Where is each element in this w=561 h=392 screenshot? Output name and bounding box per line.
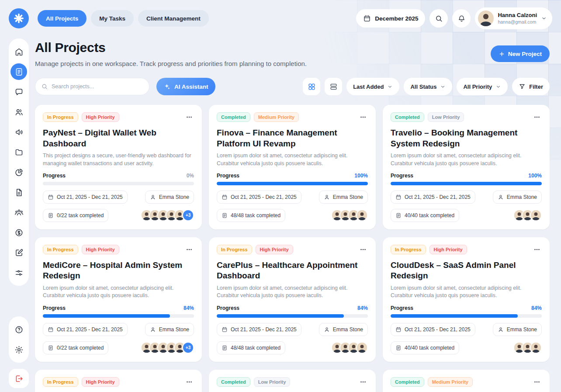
badge-group: Completed Low Priority xyxy=(391,112,464,122)
progress-fill xyxy=(217,314,344,318)
tab-my-tasks[interactable]: My Tasks xyxy=(91,10,134,27)
tab-all-projects[interactable]: All Projects xyxy=(38,10,87,27)
tab-client-management[interactable]: Client Management xyxy=(138,10,209,27)
card-meta-row-dates: Oct 21, 2025 - Dec 21, 2025 Emma Stone xyxy=(217,323,368,336)
card-menu-button[interactable] xyxy=(532,245,542,254)
card-menu-button[interactable] xyxy=(358,112,368,122)
app-logo[interactable] xyxy=(9,8,29,28)
project-card-grid: In Progress High Priority PayNest – Digi… xyxy=(35,105,550,392)
project-card[interactable]: Completed Medium Priority Finova – Finan… xyxy=(209,105,376,229)
sidebar-item-payments[interactable] xyxy=(10,224,27,241)
new-project-button[interactable]: New Project xyxy=(491,45,550,62)
badge-group: Completed Low Priority xyxy=(217,377,290,387)
owner-name: Emma Stone xyxy=(333,194,363,200)
task-list-icon xyxy=(395,212,402,219)
search-input[interactable] xyxy=(52,83,143,90)
card-meta-row-dates: Oct 21, 2025 - Dec 21, 2025 Emma Stone xyxy=(391,323,542,336)
tasks-chip: 48/48 task completed xyxy=(217,341,285,354)
topbar-right: December 2025 Hanna Calzoni hanna@gmail.… xyxy=(356,7,552,29)
calendar-icon xyxy=(222,194,228,200)
sidebar-item-team[interactable] xyxy=(10,204,27,221)
card-menu-button[interactable] xyxy=(532,112,542,122)
badge-group: Completed Medium Priority xyxy=(217,112,299,122)
ai-assistant-button[interactable]: AI Assistant xyxy=(156,78,215,95)
project-card[interactable]: In Progress High Priority xyxy=(35,370,202,392)
card-menu-button[interactable] xyxy=(532,377,542,387)
date-range-chip: Oct 21, 2025 - Dec 21, 2025 xyxy=(391,191,475,204)
calendar-icon xyxy=(222,326,228,333)
sidebar-item-analytics[interactable] xyxy=(10,164,27,180)
extra-members-badge: +3 xyxy=(182,342,194,354)
team-icon xyxy=(14,208,24,217)
logout-button[interactable] xyxy=(9,369,29,388)
user-menu[interactable]: Hanna Calzoni hanna@gmail.com xyxy=(475,7,552,29)
sidebar-item-contacts[interactable] xyxy=(10,104,27,120)
priority-badge: High Priority xyxy=(82,245,119,254)
card-top: In Progress High Priority xyxy=(43,245,194,254)
project-card[interactable]: In Progress High Priority MediCore – Hos… xyxy=(35,237,202,362)
card-menu-button[interactable] xyxy=(184,112,194,122)
sidebar-item-projects[interactable] xyxy=(10,63,27,80)
date-range-chip: Oct 21, 2025 - Dec 21, 2025 xyxy=(217,323,301,336)
project-card[interactable]: Completed Low Priority xyxy=(209,370,376,392)
tasks-chip: 0/22 task completed xyxy=(43,341,108,354)
search-button[interactable] xyxy=(429,9,448,28)
sidebar-item-notes[interactable] xyxy=(10,244,27,261)
project-card[interactable]: Completed Low Priority Travelio – Bookin… xyxy=(383,105,550,229)
filter-button[interactable]: Filter xyxy=(512,78,550,95)
calendar-icon xyxy=(395,194,402,200)
date-range-chip: Oct 21, 2025 - Dec 21, 2025 xyxy=(217,191,301,204)
sidebar-item-home[interactable] xyxy=(10,43,27,60)
project-card[interactable]: Completed Medium Priority xyxy=(383,370,550,392)
card-top: In Progress High Priority xyxy=(43,112,194,122)
status-badge: Completed xyxy=(391,377,424,387)
gear-icon xyxy=(14,345,24,354)
new-project-label: New Project xyxy=(508,51,542,57)
list-view-button[interactable] xyxy=(325,78,342,95)
tasks-count: 48/48 task completed xyxy=(231,212,280,219)
project-card[interactable]: In Progress High Priority CloudDesk – Sa… xyxy=(383,237,550,362)
notes-icon xyxy=(14,248,24,257)
priority-badge: Low Priority xyxy=(254,377,291,387)
bell-icon xyxy=(457,14,466,23)
progress-percent: 0% xyxy=(187,173,194,179)
status-badge: Completed xyxy=(217,112,250,122)
search-icon xyxy=(435,14,443,23)
sidebar-item-files[interactable] xyxy=(10,144,27,160)
contacts-icon xyxy=(14,108,24,117)
priority-dropdown[interactable]: All Priority xyxy=(457,78,508,95)
sidebar-item-announcements[interactable] xyxy=(10,124,27,140)
card-menu-button[interactable] xyxy=(184,377,194,387)
ellipsis-icon xyxy=(533,246,541,253)
sidebar-item-help[interactable] xyxy=(10,321,27,338)
task-list-icon xyxy=(222,212,228,219)
page-head: All Projects Manage projects in one work… xyxy=(35,38,550,67)
card-menu-button[interactable] xyxy=(358,377,368,387)
person-icon xyxy=(150,326,156,333)
user-email: hanna@gmail.com xyxy=(498,19,537,25)
status-dropdown[interactable]: All Status xyxy=(404,78,452,95)
project-card[interactable]: In Progress High Priority PayNest – Digi… xyxy=(35,105,202,229)
tasks-count: 0/22 task completed xyxy=(57,212,104,219)
date-selector[interactable]: December 2025 xyxy=(356,9,425,28)
card-menu-button[interactable] xyxy=(184,245,194,254)
progress-label: Progress xyxy=(391,305,413,311)
sort-dropdown[interactable]: Last Added xyxy=(346,78,399,95)
owner-name: Emma Stone xyxy=(333,326,363,333)
notifications-button[interactable] xyxy=(452,9,471,28)
project-title: MediCore – Hospital Admin System Redesig… xyxy=(43,260,194,281)
analytics-icon xyxy=(14,168,24,177)
owner-chip: Emma Stone xyxy=(145,191,194,204)
sidebar-item-documents[interactable] xyxy=(10,184,27,201)
card-top: In Progress High Priority xyxy=(43,377,194,387)
task-list-icon xyxy=(48,212,54,219)
grid-view-button[interactable] xyxy=(303,78,320,95)
card-top: Completed Low Priority xyxy=(217,377,368,387)
priority-badge: Medium Priority xyxy=(428,377,473,387)
card-menu-button[interactable] xyxy=(358,245,368,254)
sidebar-item-preferences[interactable] xyxy=(10,264,27,281)
calendar-icon xyxy=(48,194,54,200)
sidebar-item-messages[interactable] xyxy=(10,83,27,100)
project-card[interactable]: In Progress High Priority CarePlus – Hea… xyxy=(209,237,376,362)
sidebar-item-settings[interactable] xyxy=(10,341,27,358)
